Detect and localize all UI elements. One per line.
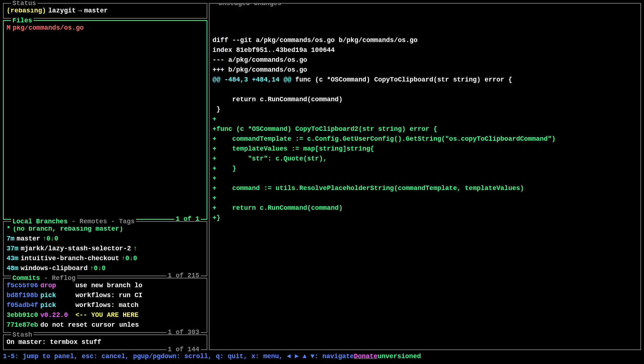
- left-column: Status (rebasing) lazygit → master Files…: [3, 3, 207, 350]
- diff-line[interactable]: +: [212, 193, 637, 203]
- diff-line[interactable]: +++ b/pkg/commands/os.go: [212, 65, 637, 75]
- commit-item[interactable]: f05adb4fpickworkflows: match: [7, 300, 204, 310]
- help-bar: 1-5: jump to panel, esc: cancel, pgup/pg…: [3, 352, 641, 361]
- branches-panel[interactable]: Local Branches - Remotes - Tags *(no bra…: [3, 221, 207, 276]
- files-list[interactable]: Mpkg/commands/os.go: [7, 23, 204, 33]
- help-rest: unversioned: [377, 352, 421, 361]
- tab-tags[interactable]: Tags: [119, 218, 135, 225]
- tab-commits[interactable]: Commits: [12, 274, 40, 282]
- diff-title: Unstaged Changes: [217, 3, 283, 8]
- commits-tabs: Commits - Reflog: [11, 273, 77, 283]
- diff-line[interactable]: + }: [212, 164, 637, 174]
- donate-link[interactable]: Donate: [354, 352, 377, 361]
- branches-list[interactable]: *(no branch, rebasing master)7m master ↑…: [7, 224, 204, 273]
- commits-list[interactable]: f5c55f06dropuse new branch lobd8f198bpic…: [7, 281, 204, 330]
- files-panel[interactable]: Files Mpkg/commands/os.go 1 of 1: [3, 20, 207, 220]
- commit-item[interactable]: 3ebb91c0v0.22.0<-- YOU ARE HERE: [7, 310, 204, 320]
- tab-reflog[interactable]: Reflog: [52, 274, 76, 282]
- right-column: Unstaged Changes diff --git a/pkg/comman…: [209, 3, 641, 350]
- diff-line[interactable]: [212, 85, 637, 95]
- diff-line[interactable]: @@ -484,3 +484,14 @@ func (c *OSCommand)…: [212, 75, 637, 85]
- diff-line[interactable]: index 81ebf951..43bed19a 100644: [212, 45, 637, 55]
- diff-panel[interactable]: Unstaged Changes diff --git a/pkg/comman…: [209, 3, 641, 350]
- diff-line[interactable]: + templateValues := map[string]string{: [212, 144, 637, 154]
- tab-local-branches[interactable]: Local Branches: [12, 218, 68, 225]
- diff-line[interactable]: diff --git a/pkg/commands/os.go b/pkg/co…: [212, 35, 637, 45]
- stash-title: Stash: [11, 330, 34, 340]
- stash-panel[interactable]: Stash On master: termbox stuff 1 of 144: [3, 334, 207, 350]
- current-branch: master: [84, 6, 108, 16]
- diff-line[interactable]: + command := utils.ResolvePlaceholderStr…: [212, 183, 637, 193]
- branch-item[interactable]: 43m intuitive-branch-checkout ↑0↓0: [7, 254, 204, 263]
- app-name: lazygit: [48, 6, 76, 16]
- diff-line[interactable]: +: [212, 114, 637, 124]
- diff-line[interactable]: }: [212, 105, 637, 114]
- tab-remotes[interactable]: Remotes: [80, 218, 107, 225]
- diff-line[interactable]: +}: [212, 213, 637, 223]
- app-layout: Status (rebasing) lazygit → master Files…: [3, 3, 641, 350]
- branch-item[interactable]: 7m master ↑0↓0: [7, 234, 204, 244]
- arrow-icon: →: [78, 6, 82, 16]
- diff-line[interactable]: +func (c *OSCommand) CopyToClipboard2(st…: [212, 124, 637, 134]
- diff-line[interactable]: + "str": c.Quote(str),: [212, 154, 637, 164]
- diff-line[interactable]: + return c.RunCommand(command): [212, 203, 637, 213]
- status-title: Status: [11, 0, 38, 8]
- commits-panel[interactable]: Commits - Reflog f5c55f06dropuse new bra…: [3, 278, 207, 333]
- diff-content[interactable]: diff --git a/pkg/commands/os.go b/pkg/co…: [212, 35, 637, 223]
- diff-line[interactable]: +: [212, 174, 637, 183]
- branches-tabs: Local Branches - Remotes - Tags: [11, 217, 136, 227]
- diff-line[interactable]: return c.RunCommand(command): [212, 95, 637, 105]
- stash-counter: 1 of 144: [166, 345, 201, 354]
- file-item[interactable]: Mpkg/commands/os.go: [7, 23, 204, 33]
- branch-item[interactable]: 37m mjarkk/lazy-stash-selector-2 ↑: [7, 244, 204, 254]
- diff-line[interactable]: --- a/pkg/commands/os.go: [212, 55, 637, 65]
- diff-line[interactable]: + commandTemplate := c.Config.GetUserCon…: [212, 134, 637, 144]
- commit-item[interactable]: bd8f198bpickworkflows: run CI: [7, 291, 204, 300]
- files-title: Files: [11, 16, 34, 26]
